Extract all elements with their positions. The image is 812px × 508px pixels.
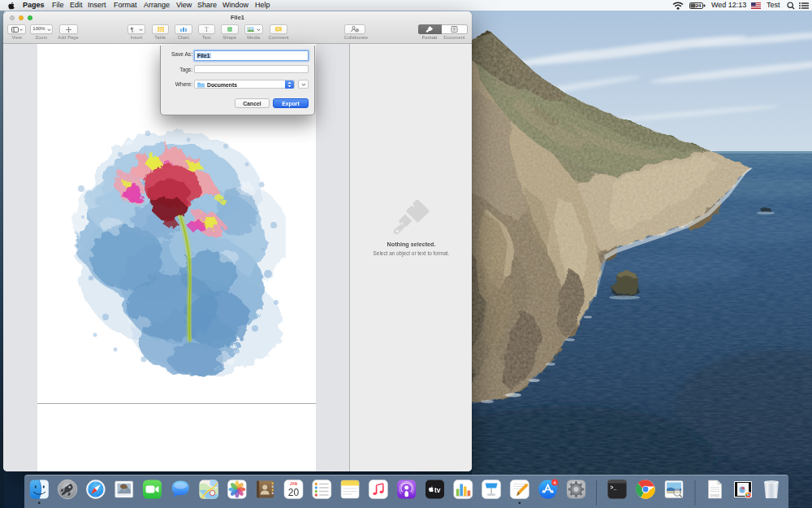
svg-text:DOCX: DOCX <box>710 494 719 497</box>
svg-text:20: 20 <box>288 487 300 498</box>
svg-text:JAN: JAN <box>290 482 297 486</box>
svg-text:tv: tv <box>434 486 441 494</box>
svg-text:24: 24 <box>696 3 702 8</box>
svg-text:>_: >_ <box>611 485 617 491</box>
